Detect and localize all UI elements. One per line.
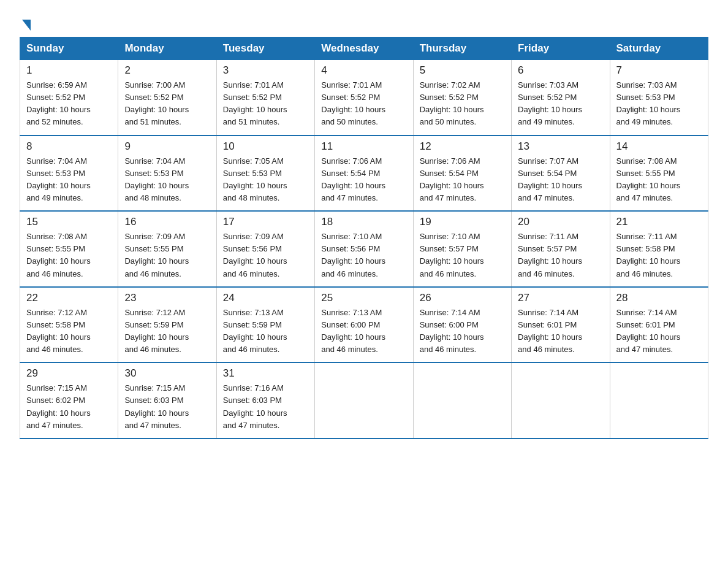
day-number: 16	[124, 216, 210, 228]
day-number: 12	[420, 140, 505, 153]
day-info: Sunrise: 6:59 AMSunset: 5:52 PMDaylight:…	[26, 79, 112, 129]
calendar-cell: 4Sunrise: 7:01 AMSunset: 5:52 PMDaylight…	[315, 60, 413, 136]
day-info: Sunrise: 7:08 AMSunset: 5:55 PMDaylight:…	[616, 155, 702, 205]
calendar-cell: 6Sunrise: 7:03 AMSunset: 5:52 PMDaylight…	[512, 60, 610, 136]
calendar-cell: 5Sunrise: 7:02 AMSunset: 5:52 PMDaylight…	[413, 60, 511, 136]
day-number: 27	[518, 292, 603, 304]
day-number: 7	[616, 64, 702, 77]
day-number: 4	[321, 64, 406, 77]
calendar-cell: 12Sunrise: 7:06 AMSunset: 5:54 PMDayligh…	[413, 136, 511, 212]
calendar-cell: 27Sunrise: 7:14 AMSunset: 6:01 PMDayligh…	[512, 287, 610, 363]
day-number: 6	[518, 64, 603, 77]
day-info: Sunrise: 7:13 AMSunset: 5:59 PMDaylight:…	[223, 307, 308, 356]
calendar-cell: 18Sunrise: 7:10 AMSunset: 5:56 PMDayligh…	[315, 211, 413, 287]
calendar-cell: 8Sunrise: 7:04 AMSunset: 5:53 PMDaylight…	[20, 136, 118, 212]
calendar-cell: 29Sunrise: 7:15 AMSunset: 6:02 PMDayligh…	[20, 362, 118, 439]
weekday-header-tuesday: Tuesday	[216, 37, 314, 60]
day-info: Sunrise: 7:13 AMSunset: 6:00 PMDaylight:…	[321, 307, 406, 356]
day-number: 19	[420, 216, 505, 228]
calendar-cell: 22Sunrise: 7:12 AMSunset: 5:58 PMDayligh…	[20, 287, 118, 363]
day-info: Sunrise: 7:05 AMSunset: 5:53 PMDaylight:…	[223, 155, 308, 205]
calendar-cell	[610, 362, 708, 439]
day-number: 17	[223, 216, 308, 228]
day-info: Sunrise: 7:03 AMSunset: 5:52 PMDaylight:…	[518, 79, 603, 129]
day-number: 5	[420, 64, 505, 77]
calendar-week-row: 29Sunrise: 7:15 AMSunset: 6:02 PMDayligh…	[20, 362, 708, 439]
day-number: 31	[223, 367, 308, 380]
calendar-cell: 19Sunrise: 7:10 AMSunset: 5:57 PMDayligh…	[413, 211, 511, 287]
calendar-cell: 31Sunrise: 7:16 AMSunset: 6:03 PMDayligh…	[216, 362, 314, 439]
weekday-header-monday: Monday	[118, 37, 216, 60]
calendar-cell: 11Sunrise: 7:06 AMSunset: 5:54 PMDayligh…	[315, 136, 413, 212]
day-info: Sunrise: 7:14 AMSunset: 6:01 PMDaylight:…	[616, 307, 702, 356]
day-number: 30	[124, 367, 210, 380]
day-info: Sunrise: 7:00 AMSunset: 5:52 PMDaylight:…	[124, 79, 210, 129]
weekday-header-saturday: Saturday	[610, 37, 708, 60]
calendar-cell	[413, 362, 511, 439]
day-number: 23	[124, 292, 210, 304]
day-info: Sunrise: 7:14 AMSunset: 6:01 PMDaylight:…	[518, 307, 603, 356]
day-number: 14	[616, 140, 702, 153]
day-info: Sunrise: 7:02 AMSunset: 5:52 PMDaylight:…	[420, 79, 505, 129]
calendar-cell: 28Sunrise: 7:14 AMSunset: 6:01 PMDayligh…	[610, 287, 708, 363]
day-info: Sunrise: 7:10 AMSunset: 5:56 PMDaylight:…	[321, 231, 406, 280]
day-info: Sunrise: 7:10 AMSunset: 5:57 PMDaylight:…	[420, 231, 505, 280]
day-number: 22	[26, 292, 112, 304]
day-number: 11	[321, 140, 406, 153]
weekday-header-sunday: Sunday	[20, 37, 118, 60]
day-info: Sunrise: 7:11 AMSunset: 5:57 PMDaylight:…	[518, 231, 603, 280]
day-info: Sunrise: 7:04 AMSunset: 5:53 PMDaylight:…	[26, 155, 112, 205]
day-info: Sunrise: 7:15 AMSunset: 6:02 PMDaylight:…	[26, 382, 112, 432]
calendar-cell: 20Sunrise: 7:11 AMSunset: 5:57 PMDayligh…	[512, 211, 610, 287]
calendar-cell	[315, 362, 413, 439]
logo-general	[20, 20, 31, 29]
day-info: Sunrise: 7:03 AMSunset: 5:53 PMDaylight:…	[616, 79, 702, 129]
calendar-week-row: 8Sunrise: 7:04 AMSunset: 5:53 PMDaylight…	[20, 136, 708, 212]
calendar-cell: 1Sunrise: 6:59 AMSunset: 5:52 PMDaylight…	[20, 60, 118, 136]
calendar-cell: 23Sunrise: 7:12 AMSunset: 5:59 PMDayligh…	[118, 287, 216, 363]
day-number: 29	[26, 367, 112, 380]
day-info: Sunrise: 7:09 AMSunset: 5:56 PMDaylight:…	[223, 231, 308, 280]
day-info: Sunrise: 7:14 AMSunset: 6:00 PMDaylight:…	[420, 307, 505, 356]
day-number: 25	[321, 292, 406, 304]
day-number: 10	[223, 140, 308, 153]
calendar-cell: 16Sunrise: 7:09 AMSunset: 5:55 PMDayligh…	[118, 211, 216, 287]
day-number: 9	[124, 140, 210, 153]
day-info: Sunrise: 7:04 AMSunset: 5:53 PMDaylight:…	[124, 155, 210, 205]
calendar-table: SundayMondayTuesdayWednesdayThursdayFrid…	[20, 37, 708, 439]
day-info: Sunrise: 7:08 AMSunset: 5:55 PMDaylight:…	[26, 231, 112, 280]
day-number: 26	[420, 292, 505, 304]
day-info: Sunrise: 7:07 AMSunset: 5:54 PMDaylight:…	[518, 155, 603, 205]
day-number: 15	[26, 216, 112, 228]
day-number: 21	[616, 216, 702, 228]
calendar-cell: 30Sunrise: 7:15 AMSunset: 6:03 PMDayligh…	[118, 362, 216, 439]
calendar-cell	[512, 362, 610, 439]
day-info: Sunrise: 7:12 AMSunset: 5:58 PMDaylight:…	[26, 307, 112, 356]
weekday-header-thursday: Thursday	[413, 37, 511, 60]
calendar-cell: 13Sunrise: 7:07 AMSunset: 5:54 PMDayligh…	[512, 136, 610, 212]
calendar-cell: 26Sunrise: 7:14 AMSunset: 6:00 PMDayligh…	[413, 287, 511, 363]
calendar-cell: 24Sunrise: 7:13 AMSunset: 5:59 PMDayligh…	[216, 287, 314, 363]
weekday-header-row: SundayMondayTuesdayWednesdayThursdayFrid…	[20, 37, 708, 60]
day-number: 8	[26, 140, 112, 153]
day-number: 20	[518, 216, 603, 228]
calendar-cell: 9Sunrise: 7:04 AMSunset: 5:53 PMDaylight…	[118, 136, 216, 212]
logo-arrow-icon	[22, 20, 31, 31]
day-number: 13	[518, 140, 603, 153]
day-info: Sunrise: 7:09 AMSunset: 5:55 PMDaylight:…	[124, 231, 210, 280]
calendar-cell: 25Sunrise: 7:13 AMSunset: 6:00 PMDayligh…	[315, 287, 413, 363]
day-info: Sunrise: 7:16 AMSunset: 6:03 PMDaylight:…	[223, 382, 308, 432]
calendar-week-row: 15Sunrise: 7:08 AMSunset: 5:55 PMDayligh…	[20, 211, 708, 287]
calendar-cell: 3Sunrise: 7:01 AMSunset: 5:52 PMDaylight…	[216, 60, 314, 136]
calendar-cell: 10Sunrise: 7:05 AMSunset: 5:53 PMDayligh…	[216, 136, 314, 212]
calendar-week-row: 22Sunrise: 7:12 AMSunset: 5:58 PMDayligh…	[20, 287, 708, 363]
day-info: Sunrise: 7:06 AMSunset: 5:54 PMDaylight:…	[321, 155, 406, 205]
day-number: 3	[223, 64, 308, 77]
day-number: 1	[26, 64, 112, 77]
weekday-header-wednesday: Wednesday	[315, 37, 413, 60]
page-header	[20, 15, 708, 29]
day-info: Sunrise: 7:01 AMSunset: 5:52 PMDaylight:…	[223, 79, 308, 129]
day-info: Sunrise: 7:11 AMSunset: 5:58 PMDaylight:…	[616, 231, 702, 280]
logo	[20, 20, 31, 29]
calendar-cell: 2Sunrise: 7:00 AMSunset: 5:52 PMDaylight…	[118, 60, 216, 136]
